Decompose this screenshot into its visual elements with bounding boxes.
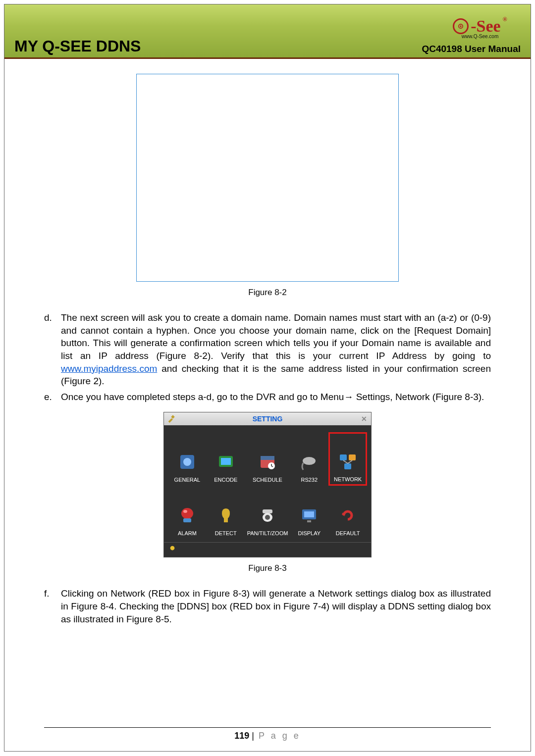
svg-rect-2 [171,415,175,419]
svg-rect-13 [344,463,351,469]
settings-item-default[interactable]: DEFAULT [328,486,367,539]
settings-footer [164,542,371,557]
svg-rect-22 [307,520,311,522]
settings-item-display[interactable]: DISPLAY [290,486,328,539]
settings-item-label: DEFAULT [336,530,360,536]
paragraph-f-body: Clicking on Network (RED box in Figure 8… [61,587,491,625]
settings-item-general[interactable]: GENERAL [168,432,207,486]
page-title: MY Q-SEE DDNS [14,37,422,55]
page-number: 119 [234,731,249,741]
settings-item-label: RS232 [301,477,318,483]
myipaddress-link[interactable]: www.myipaddress.com [61,363,157,374]
logo-url: www.Q-See.com [462,34,498,39]
ptz-icon [258,505,277,525]
footer-separator: | [249,731,257,741]
svg-point-14 [181,508,193,519]
brand-logo: -See ® www.Q-See.com [435,13,525,43]
paragraph-d-body: The next screen will ask you to create a… [61,311,491,388]
settings-item-label: PAN/TILT/ZOOM [247,530,288,536]
schedule-icon [258,452,277,472]
settings-dialog: SETTING ✕ GENERAL ENCODE [163,412,372,557]
logo-trademark: ® [503,16,507,22]
page-content: Figure 8-2 d. The next screen will ask y… [4,59,531,625]
list-marker-f: f. [44,587,61,625]
svg-point-15 [183,510,187,513]
default-icon [338,505,358,525]
svg-point-10 [303,457,316,465]
svg-rect-6 [221,458,231,465]
svg-point-19 [265,515,270,520]
page-subtitle: QC40198 User Manual [422,44,521,54]
settings-item-alarm[interactable]: ALARM [168,486,207,539]
svg-point-4 [183,458,191,466]
settings-item-rs232[interactable]: RS232 [290,432,328,486]
settings-item-label: ALARM [178,530,197,536]
paragraph-e-body: Once you have completed steps a-d, go to… [61,391,491,403]
page-header: -See ® www.Q-See.com MY Q-SEE DDNS QC401… [4,4,531,59]
svg-rect-17 [263,509,272,513]
encode-icon [216,452,236,472]
paragraph-d: d. The next screen will ask you to creat… [44,311,491,388]
network-icon [338,452,358,471]
list-marker-e: e. [44,391,61,403]
close-icon[interactable]: ✕ [361,415,367,423]
svg-point-23 [170,546,175,551]
paragraph-f: f. Clicking on Network (RED box in Figur… [44,587,491,625]
settings-grid: GENERAL ENCODE SCHEDULE [164,425,371,542]
document-page: -See ® www.Q-See.com MY Q-SEE DDNS QC401… [4,4,531,752]
settings-item-schedule[interactable]: SCHEDULE [245,432,290,486]
settings-item-label: NETWORK [334,476,362,482]
alarm-icon [177,505,197,525]
tool-icon [167,415,175,423]
eye-icon [453,18,469,34]
paragraph-d-text-1: The next screen will ask you to create a… [61,312,491,361]
settings-item-label: ENCODE [214,477,237,483]
svg-rect-21 [304,511,314,517]
rs232-icon [299,452,319,472]
figure-8-2-caption: Figure 8-2 [44,288,491,298]
settings-item-label: DETECT [215,530,237,536]
svg-rect-12 [349,454,356,460]
settings-item-label: GENERAL [174,477,201,483]
display-icon [299,505,319,525]
general-icon [177,452,197,472]
titlebar-left-icons [167,415,175,423]
settings-item-detect[interactable]: DETECT [207,486,245,539]
settings-item-label: DISPLAY [298,530,321,536]
settings-title: SETTING [253,415,283,423]
logo-text: -See [471,18,500,35]
svg-point-1 [460,25,462,27]
settings-item-ptz[interactable]: PAN/TILT/ZOOM [245,486,290,539]
settings-item-network[interactable]: NETWORK [328,432,367,486]
page-label: P a g e [259,731,301,741]
settings-titlebar: SETTING ✕ [164,412,371,425]
hint-icon [169,545,176,552]
svg-rect-8 [261,456,274,460]
settings-item-encode[interactable]: ENCODE [207,432,245,486]
figure-8-3-caption: Figure 8-3 [44,563,491,573]
svg-rect-16 [183,518,191,522]
figure-8-2-placeholder [136,74,399,282]
settings-item-label: SCHEDULE [253,477,282,483]
paragraph-e: e. Once you have completed steps a-d, go… [44,391,491,403]
page-footer: 119 | P a g e [44,727,491,741]
list-marker-d: d. [44,311,61,388]
detect-icon [216,505,236,525]
svg-rect-11 [340,454,347,460]
